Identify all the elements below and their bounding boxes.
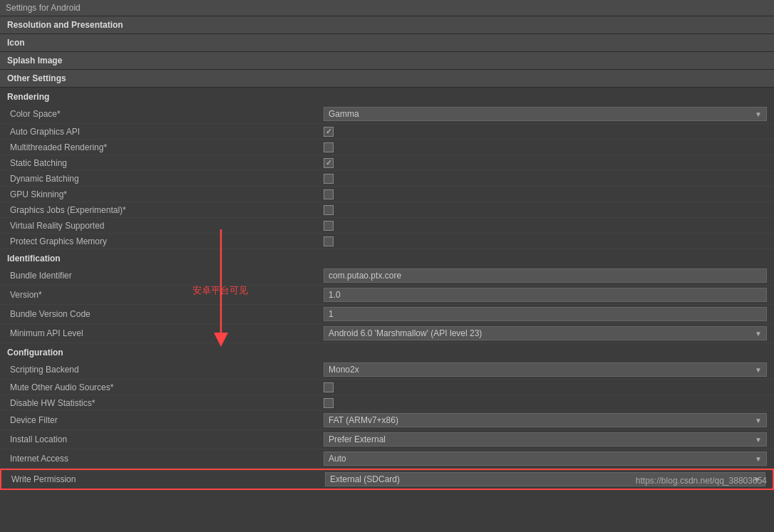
mute-audio-checkbox[interactable] <box>324 382 334 392</box>
protect-graphics-checkbox[interactable] <box>324 236 334 246</box>
bundle-version-code-control[interactable]: 1 <box>324 307 767 321</box>
install-location-row: Install Location Prefer External ▼ <box>0 430 774 449</box>
multithreaded-rendering-row: Multithreaded Rendering* <box>0 140 774 155</box>
minimum-api-level-row: Minimum API Level Android 6.0 'Marshmall… <box>0 324 774 343</box>
version-value[interactable]: 1.0 <box>324 288 767 302</box>
bundle-version-code-row: Bundle Version Code 1 <box>0 305 774 324</box>
color-space-dropdown[interactable]: Gamma ▼ <box>324 107 767 121</box>
settings-scroll-area[interactable]: Resolution and Presentation Icon Splash … <box>0 16 774 532</box>
title-bar: Settings for Android <box>0 0 774 16</box>
disable-hw-stats-control[interactable] <box>324 398 767 408</box>
protect-graphics-row: Protect Graphics Memory <box>0 234 774 249</box>
section-icon[interactable]: Icon <box>0 34 774 52</box>
static-batching-label: Static Batching <box>10 158 324 168</box>
device-filter-control[interactable]: FAT (ARMv7+x86) ▼ <box>324 413 767 427</box>
version-label: Version* <box>10 290 324 300</box>
title-text: Settings for Android <box>6 3 81 13</box>
scripting-backend-value: Mono2x <box>329 365 359 375</box>
virtual-reality-label: Virtual Reality Supported <box>10 221 324 231</box>
device-filter-value: FAT (ARMv7+x86) <box>329 415 398 425</box>
virtual-reality-checkbox[interactable] <box>324 221 334 231</box>
watermark: https://blog.csdn.net/qq_38803654 <box>636 476 767 486</box>
version-control[interactable]: 1.0 <box>324 288 767 302</box>
install-location-control[interactable]: Prefer External ▼ <box>324 432 767 447</box>
color-space-label: Color Space* <box>10 109 324 119</box>
disable-hw-stats-checkbox[interactable] <box>324 398 334 408</box>
static-batching-control[interactable] <box>324 158 767 168</box>
multithreaded-rendering-checkbox[interactable] <box>324 142 334 152</box>
scripting-backend-control[interactable]: Mono2x ▼ <box>324 363 767 377</box>
minimum-api-level-control[interactable]: Android 6.0 'Marshmallow' (API level 23)… <box>324 326 767 340</box>
bundle-identifier-label: Bundle Identifier <box>10 271 324 281</box>
section-resolution[interactable]: Resolution and Presentation <box>0 16 774 34</box>
disable-hw-stats-label: Disable HW Statistics* <box>10 398 324 408</box>
graphics-jobs-label: Graphics Jobs (Experimental)* <box>10 205 324 215</box>
static-batching-checkbox[interactable] <box>324 158 334 168</box>
device-filter-row: Device Filter FAT (ARMv7+x86) ▼ <box>0 411 774 430</box>
dynamic-batching-control[interactable] <box>324 174 767 184</box>
color-space-control[interactable]: Gamma ▼ <box>324 107 767 121</box>
auto-graphics-checkbox[interactable] <box>324 127 334 137</box>
scripting-backend-row: Scripting Backend Mono2x ▼ <box>0 360 774 380</box>
gpu-skinning-row: GPU Skinning* <box>0 187 774 202</box>
install-location-value: Prefer External <box>329 434 386 444</box>
mute-audio-control[interactable] <box>324 382 767 392</box>
version-row: Version* 1.0 安卓平台可见 <box>0 286 774 305</box>
internet-access-row: Internet Access Auto ▼ <box>0 449 774 469</box>
color-space-row: Color Space* Gamma ▼ <box>0 105 774 124</box>
install-location-dropdown[interactable]: Prefer External ▼ <box>324 432 767 447</box>
bundle-identifier-value[interactable]: com.putao.ptx.core <box>324 268 767 283</box>
scripting-backend-dropdown[interactable]: Mono2x ▼ <box>324 363 767 377</box>
internet-access-label: Internet Access <box>10 454 324 464</box>
minimum-api-level-label: Minimum API Level <box>10 328 324 338</box>
minimum-api-level-value: Android 6.0 'Marshmallow' (API level 23) <box>329 328 482 338</box>
mute-audio-row: Mute Other Audio Sources* <box>0 380 774 395</box>
graphics-jobs-checkbox[interactable] <box>324 205 334 215</box>
chevron-down-icon: ▼ <box>755 366 762 374</box>
protect-graphics-label: Protect Graphics Memory <box>10 236 324 246</box>
device-filter-dropdown[interactable]: FAT (ARMv7+x86) ▼ <box>324 413 767 427</box>
static-batching-row: Static Batching <box>0 155 774 171</box>
install-location-label: Install Location <box>10 434 324 444</box>
graphics-jobs-row: Graphics Jobs (Experimental)* <box>0 202 774 218</box>
disable-hw-stats-row: Disable HW Statistics* <box>0 395 774 411</box>
internet-access-dropdown[interactable]: Auto ▼ <box>324 452 767 466</box>
section-other-settings[interactable]: Other Settings <box>0 70 774 88</box>
scripting-backend-label: Scripting Backend <box>10 365 324 375</box>
bundle-version-code-value[interactable]: 1 <box>324 307 767 321</box>
dynamic-batching-row: Dynamic Batching <box>0 171 774 187</box>
multithreaded-rendering-control[interactable] <box>324 142 767 152</box>
annotation-text: 安卓平台可见 <box>192 284 248 297</box>
gpu-skinning-label: GPU Skinning* <box>10 189 324 199</box>
identification-header: Identification <box>0 249 774 266</box>
rendering-header: Rendering <box>0 88 774 105</box>
chevron-down-icon: ▼ <box>755 110 762 118</box>
bundle-identifier-control[interactable]: com.putao.ptx.core <box>324 268 767 283</box>
auto-graphics-row: Auto Graphics API <box>0 124 774 140</box>
color-space-value: Gamma <box>329 109 359 119</box>
virtual-reality-control[interactable] <box>324 221 767 231</box>
write-permission-row: Write Permission External (SDCard) ▼ htt… <box>0 469 774 490</box>
auto-graphics-control[interactable] <box>324 127 767 137</box>
gpu-skinning-control[interactable] <box>324 189 767 199</box>
protect-graphics-control[interactable] <box>324 236 767 246</box>
internet-access-control[interactable]: Auto ▼ <box>324 452 767 466</box>
multithreaded-rendering-label: Multithreaded Rendering* <box>10 142 324 152</box>
bundle-version-code-label: Bundle Version Code <box>10 309 324 319</box>
gpu-skinning-checkbox[interactable] <box>324 189 334 199</box>
chevron-down-icon: ▼ <box>755 417 762 424</box>
dynamic-batching-checkbox[interactable] <box>324 174 334 184</box>
graphics-jobs-control[interactable] <box>324 205 767 215</box>
virtual-reality-row: Virtual Reality Supported <box>0 218 774 234</box>
auto-graphics-label: Auto Graphics API <box>10 127 324 137</box>
dynamic-batching-label: Dynamic Batching <box>10 174 324 184</box>
chevron-down-icon: ▼ <box>755 330 762 338</box>
chevron-down-icon: ▼ <box>755 436 762 444</box>
section-splash-image[interactable]: Splash Image <box>0 52 774 70</box>
bundle-identifier-row: Bundle Identifier com.putao.ptx.core <box>0 266 774 286</box>
chevron-down-icon: ▼ <box>755 455 762 463</box>
mute-audio-label: Mute Other Audio Sources* <box>10 382 324 392</box>
internet-access-value: Auto <box>329 454 346 464</box>
minimum-api-level-dropdown[interactable]: Android 6.0 'Marshmallow' (API level 23)… <box>324 326 767 340</box>
device-filter-label: Device Filter <box>10 415 324 425</box>
